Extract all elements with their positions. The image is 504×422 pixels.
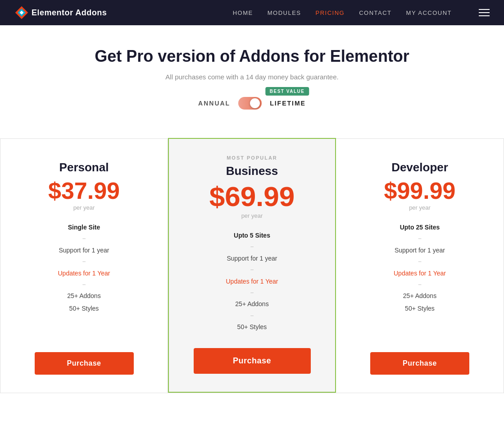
plan-developer-features: Upto 25 Sites – Support for 1 year – Upd… — [394, 222, 446, 338]
plan-business-name: Business — [226, 164, 278, 178]
feature-item: 25+ Addons — [226, 298, 278, 310]
lifetime-label: LIFETIME — [270, 100, 306, 107]
logo-text: Elementor Addons — [32, 8, 107, 18]
feature-separator: – — [394, 234, 446, 244]
feature-separator: – — [58, 257, 110, 267]
plan-business-features: Upto 5 Sites – Support for 1 year – Upda… — [226, 230, 278, 334]
page-title: Get Pro version of Addons for Elementor — [9, 47, 495, 66]
purchase-button-developer[interactable]: Purchase — [370, 352, 469, 375]
hero-section: Get Pro version of Addons for Elementor … — [0, 25, 504, 120]
nav-pricing[interactable]: PRICING — [316, 9, 345, 16]
feature-item: Support for 1 year — [226, 253, 278, 264]
feature-item: Updates for 1 Year — [394, 268, 446, 279]
plan-developer-period: per year — [409, 204, 431, 211]
pricing-section: Personal $37.99 per year Single Site – S… — [0, 138, 504, 393]
plan-personal-price: $37.99 — [48, 179, 120, 202]
purchase-button-personal[interactable]: Purchase — [35, 352, 134, 375]
feature-item: Single Site — [58, 222, 110, 233]
plan-personal-period: per year — [73, 204, 95, 211]
toggle-thumb — [250, 98, 260, 108]
hero-subtitle: All purchases come with a 14 day money b… — [9, 73, 495, 81]
plan-business: MOST POPULAR Business $69.99 per year Up… — [168, 138, 336, 393]
feature-separator: – — [58, 234, 110, 244]
feature-separator: – — [226, 288, 278, 298]
billing-toggle[interactable] — [238, 97, 262, 110]
feature-item: Upto 5 Sites — [226, 230, 278, 241]
plan-business-price: $69.99 — [209, 183, 295, 211]
feature-item: Upto 25 Sites — [394, 222, 446, 233]
plan-business-period: per year — [241, 212, 263, 219]
logo-icon — [14, 5, 29, 20]
popular-label: MOST POPULAR — [227, 155, 277, 161]
feature-separator: – — [394, 257, 446, 267]
feature-separator: – — [226, 265, 278, 275]
hamburger-menu[interactable] — [479, 9, 490, 16]
feature-item: 50+ Styles — [394, 303, 446, 314]
feature-item: 25+ Addons — [58, 290, 110, 302]
billing-toggle-row: ANNUAL BEST VALUE LIFETIME — [9, 97, 495, 110]
navbar: Elementor Addons HOME MODULES PRICING CO… — [0, 0, 504, 25]
plan-developer-name: Developer — [391, 161, 448, 174]
logo-link[interactable]: Elementor Addons — [14, 5, 107, 20]
plan-personal-features: Single Site – Support for 1 year – Updat… — [58, 222, 110, 338]
feature-item: Support for 1 year — [58, 245, 110, 256]
nav-home[interactable]: HOME — [233, 9, 253, 16]
nav-account[interactable]: MY ACCOUNT — [406, 9, 452, 16]
best-value-badge: BEST VALUE — [265, 87, 309, 96]
feature-item: 50+ Styles — [58, 303, 110, 314]
feature-item: Updates for 1 Year — [58, 268, 110, 279]
lifetime-wrap: BEST VALUE LIFETIME — [270, 100, 306, 107]
annual-label: ANNUAL — [198, 100, 230, 107]
nav-modules[interactable]: MODULES — [268, 9, 301, 16]
toggle-track — [238, 97, 262, 110]
feature-separator: – — [226, 242, 278, 252]
plan-personal-name: Personal — [59, 161, 109, 174]
feature-item: 25+ Addons — [394, 290, 446, 302]
nav-contact[interactable]: CONTACT — [359, 9, 391, 16]
feature-separator: – — [226, 311, 278, 321]
feature-separator: – — [58, 280, 110, 290]
feature-separator: – — [394, 280, 446, 290]
feature-item: Support for 1 year — [394, 245, 446, 256]
purchase-button-business[interactable]: Purchase — [194, 348, 311, 374]
nav-links: HOME MODULES PRICING CONTACT MY ACCOUNT — [233, 9, 490, 16]
feature-item: 50+ Styles — [226, 321, 278, 333]
plan-personal: Personal $37.99 per year Single Site – S… — [0, 139, 168, 393]
plan-developer: Developer $99.99 per year Upto 25 Sites … — [336, 139, 504, 393]
plan-developer-price: $99.99 — [384, 179, 455, 202]
feature-item: Updates for 1 Year — [226, 276, 278, 287]
